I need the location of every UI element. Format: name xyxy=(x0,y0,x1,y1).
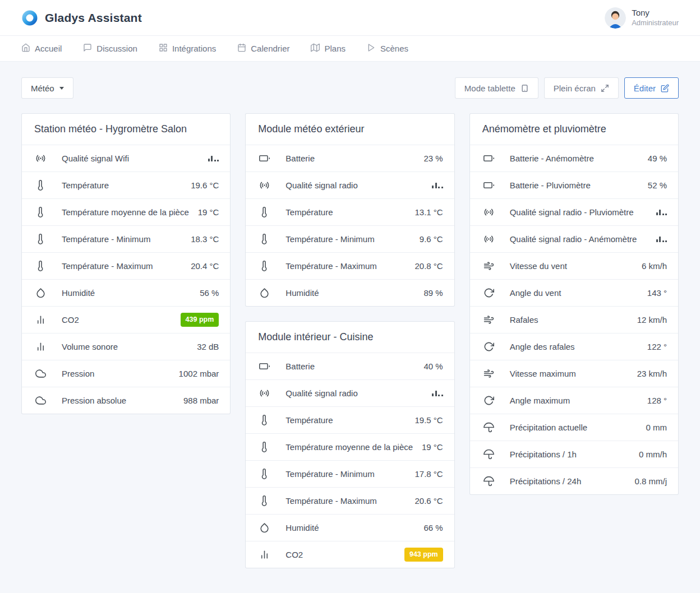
tablet-mode-button[interactable]: Mode tablette xyxy=(455,77,538,99)
droplet-icon xyxy=(259,522,270,534)
sensor-row: Volume sonore 32 dB xyxy=(22,333,230,360)
thermometer-icon xyxy=(259,469,270,480)
sensor-row: Batterie - Anémomètre 49 % xyxy=(470,145,678,172)
sensor-label: Pression absolue xyxy=(62,395,183,407)
map-icon xyxy=(311,43,320,54)
droplet-icon xyxy=(35,288,47,299)
cloud-icon xyxy=(35,368,47,379)
sensor-label: Rafales xyxy=(510,314,637,326)
nav-item-accueil[interactable]: Accueil xyxy=(21,43,62,54)
sensor-row: Angle du vent 143 ° xyxy=(470,279,678,306)
wind-icon xyxy=(483,314,495,326)
sensor-value xyxy=(432,179,443,192)
sensor-label: CO2 xyxy=(62,314,181,326)
dashboard-selector-button[interactable]: Météo xyxy=(21,77,73,99)
sensor-row: Humidité 56 % xyxy=(22,279,230,306)
radio-signal-icon xyxy=(483,234,495,245)
user-menu[interactable]: Tony Administrateur xyxy=(605,7,679,29)
dashboard-column-1: Station météo - Hygromètre Salon Qualité… xyxy=(21,113,231,414)
sensor-row: Température 13.1 °C xyxy=(246,198,454,225)
sensor-row: CO2 943 ppm xyxy=(246,541,454,568)
sensor-label: Température - Minimum xyxy=(285,233,419,245)
sensor-value: 20.8 °C xyxy=(415,260,443,272)
sensor-label: Qualité signal radio - Pluviomètre xyxy=(510,206,656,219)
chat-icon xyxy=(83,43,92,54)
sensor-label: Température xyxy=(62,179,191,192)
sensor-row: Précipitations / 1h 0 mm/h xyxy=(470,441,678,467)
sensor-row: Température 19.5 °C xyxy=(246,406,454,433)
card-rows: Batterie 40 % Qualité signal radio Tempé… xyxy=(246,353,454,568)
sensor-value: 19.5 °C xyxy=(415,414,443,427)
sensor-label: Pression xyxy=(62,368,179,380)
sensor-row: Angle maximum 128 ° xyxy=(470,387,678,414)
nav-item-plans[interactable]: Plans xyxy=(311,43,346,54)
sensor-value: 18.3 °C xyxy=(191,233,219,245)
wind-icon xyxy=(483,261,495,272)
dashboard-column-3: Anémomètre et pluviomètre Batterie - Ané… xyxy=(469,113,679,495)
rotate-cw-icon xyxy=(483,395,495,406)
toolbar-actions: Mode tablette Plein écran Éditer xyxy=(455,77,679,99)
sensor-label: Température - Minimum xyxy=(285,468,415,480)
radio-signal-icon xyxy=(483,207,495,218)
play-icon xyxy=(367,43,376,54)
umbrella-icon xyxy=(483,449,495,460)
sensor-value: 6 km/h xyxy=(642,260,667,272)
thermometer-icon xyxy=(259,207,270,218)
signal-strength-icon xyxy=(656,210,667,215)
sensor-row: Température - Maximum 20.4 °C xyxy=(22,252,230,279)
card-title: Anémomètre et pluviomètre xyxy=(482,123,666,135)
battery-icon xyxy=(259,153,270,164)
card-rows: Batterie 23 % Qualité signal radio Tempé… xyxy=(246,145,454,306)
sensor-label: Température moyenne de la pièce xyxy=(285,441,422,453)
home-icon xyxy=(21,43,30,54)
droplet-icon xyxy=(259,288,270,299)
sensor-label: Vitesse du vent xyxy=(510,260,642,272)
sensor-value: 128 ° xyxy=(647,395,667,407)
sensor-row: Qualité signal radio - Anémomètre xyxy=(470,225,678,252)
sensor-value: 13.1 °C xyxy=(415,206,443,219)
sensor-value: 9.6 °C xyxy=(420,233,443,245)
sensor-row: Batterie 23 % xyxy=(246,145,454,172)
sensor-value: 49 % xyxy=(648,152,667,165)
sensor-label: Humidité xyxy=(285,522,423,534)
tablet-icon xyxy=(521,84,529,92)
battery-icon xyxy=(259,361,270,372)
nav-item-calendrier[interactable]: Calendrier xyxy=(237,43,289,54)
device-card: Module météo extérieur Batterie 23 % Qua… xyxy=(245,113,454,307)
sensor-value: 0.8 mm/j xyxy=(634,475,667,488)
sensor-row: Vitesse maximum 23 km/h xyxy=(470,360,678,387)
thermometer-icon xyxy=(35,207,47,218)
sensor-row: Vitesse du vent 6 km/h xyxy=(470,252,678,279)
sensor-label: Angle du vent xyxy=(510,287,647,299)
sensor-value: 122 ° xyxy=(647,341,667,353)
nav-item-integrations[interactable]: Intégrations xyxy=(159,43,216,54)
sensor-row: Qualité signal radio xyxy=(246,379,454,406)
sensor-label: Température - Maximum xyxy=(285,495,415,507)
nav-item-scenes[interactable]: Scènes xyxy=(367,43,408,54)
sensor-label: Température xyxy=(285,206,415,219)
sensor-value: 19 °C xyxy=(198,206,219,219)
sensor-row: Pression absolue 988 mbar xyxy=(22,387,230,414)
bar-chart-icon xyxy=(35,314,47,326)
thermometer-icon xyxy=(35,261,47,272)
sensor-value: 56 % xyxy=(200,287,219,299)
app-brand[interactable]: Gladys Assistant xyxy=(21,10,142,26)
rotate-cw-icon xyxy=(483,341,495,353)
nav-item-discussion[interactable]: Discussion xyxy=(83,43,137,54)
sensor-value: 32 dB xyxy=(197,341,219,353)
dashboard-grid: Station météo - Hygromètre Salon Qualité… xyxy=(0,99,700,591)
sensor-row: Angle des rafales 122 ° xyxy=(470,333,678,360)
sensor-label: Angle des rafales xyxy=(510,341,647,353)
signal-strength-icon xyxy=(208,156,219,161)
thermometer-icon xyxy=(259,261,270,272)
sensor-value: 12 km/h xyxy=(637,314,667,326)
sensor-value: 143 ° xyxy=(647,287,667,299)
sensor-label: Qualité signal radio xyxy=(285,387,432,400)
sensor-value xyxy=(432,387,443,400)
thermometer-icon xyxy=(259,415,270,426)
edit-label: Éditer xyxy=(634,84,656,93)
edit-dashboard-button[interactable]: Éditer xyxy=(624,77,679,99)
fullscreen-button[interactable]: Plein écran xyxy=(544,77,619,99)
sensor-label: Température - Minimum xyxy=(62,233,191,245)
sensor-label: Température - Maximum xyxy=(62,260,191,272)
